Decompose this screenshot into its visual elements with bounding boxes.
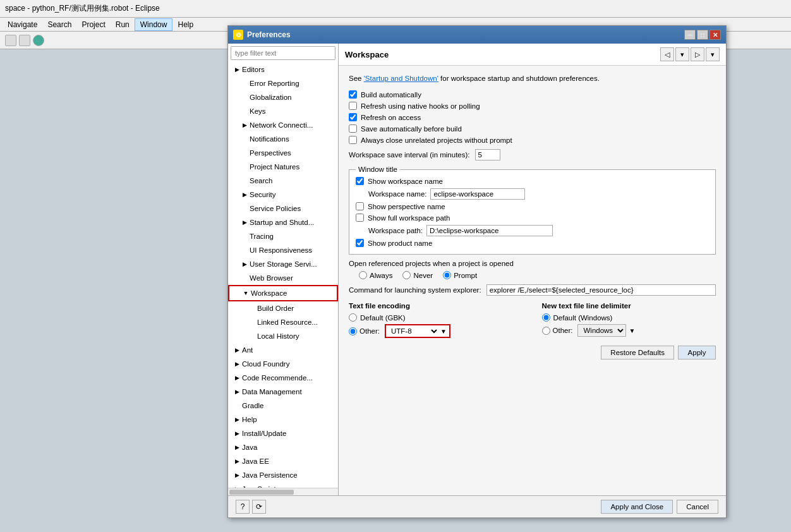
tree-item-linked-resources[interactable]: Linked Resource...	[228, 315, 338, 329]
tree-item-user-storage[interactable]: User Storage Servi...	[228, 257, 338, 271]
dialog-icon: ⚙	[233, 30, 243, 40]
keys-label: Keys	[250, 106, 266, 117]
other-delimiter-radio[interactable]	[542, 327, 550, 335]
window-controls: ─ □ ✕	[684, 30, 721, 40]
tree-item-search[interactable]: Search	[228, 174, 338, 188]
tree-item-startup[interactable]: Startup and Shutd...	[228, 215, 338, 229]
tree-item-gradle[interactable]: Gradle	[228, 399, 338, 413]
tree-item-web-browser[interactable]: Web Browser	[228, 271, 338, 285]
radio-always-text: Always	[370, 272, 392, 279]
other-encoding-radio[interactable]	[349, 327, 357, 336]
menu-help[interactable]: Help	[172, 19, 198, 30]
encoding-select[interactable]: UTF-8 UTF-16 ISO-8859-1	[389, 327, 439, 336]
apply-button[interactable]: Apply	[678, 346, 716, 360]
tree-item-ui-responsiveness[interactable]: UI Responsiveness	[228, 243, 338, 257]
show-perspective-name-checkbox[interactable]	[356, 202, 364, 210]
show-product-name-checkbox[interactable]	[356, 239, 364, 247]
back-btn[interactable]: ◁	[660, 47, 674, 61]
maximize-btn[interactable]: □	[697, 30, 708, 40]
radio-always[interactable]	[359, 271, 367, 279]
tree-item-security[interactable]: Security	[228, 188, 338, 202]
radio-prompt[interactable]	[443, 271, 451, 279]
install-update-arrow	[233, 430, 241, 437]
tree-item-java-persistence[interactable]: Java Persistence	[228, 468, 338, 482]
tree-item-code-recommenders[interactable]: Code Recommende...	[228, 371, 338, 385]
tree-item-keys[interactable]: Keys	[228, 104, 338, 118]
tree-item-globalization[interactable]: Globalization	[228, 90, 338, 104]
apply-and-close-button[interactable]: Apply and Close	[601, 500, 673, 514]
menu-project[interactable]: Project	[76, 19, 110, 30]
build-automatically-checkbox[interactable]	[349, 90, 357, 99]
refresh-native-checkbox[interactable]	[349, 102, 357, 110]
show-workspace-name-checkbox[interactable]	[356, 177, 364, 185]
tree-item-notifications[interactable]: Notifications	[228, 132, 338, 146]
refresh-native-row: Refresh using native hooks or polling	[349, 102, 716, 110]
tree-item-project-natures[interactable]: Project Natures	[228, 160, 338, 174]
forward-btn[interactable]: ▷	[691, 47, 704, 61]
tree-item-data-management[interactable]: Data Management	[228, 385, 338, 399]
tree-item-workspace[interactable]: Workspace	[228, 285, 338, 301]
workspace-name-input[interactable]	[430, 188, 525, 200]
tree-item-editors[interactable]: Editors	[228, 63, 338, 76]
toolbar-btn1[interactable]	[5, 35, 16, 46]
startup-shutdown-link[interactable]: 'Startup and Shutdown'	[364, 75, 438, 82]
radio-never[interactable]	[402, 271, 411, 279]
refresh-native-label: Refresh using native hooks or polling	[361, 102, 480, 110]
restore-defaults-button[interactable]: Restore Defaults	[601, 346, 674, 360]
refresh-on-access-checkbox[interactable]	[349, 113, 357, 121]
default-windows-radio[interactable]	[542, 313, 550, 322]
tree-item-help[interactable]: Help	[228, 413, 338, 426]
show-full-path-row: Show full workspace path	[356, 214, 709, 222]
tree-item-local-history[interactable]: Local History	[228, 329, 338, 343]
run-btn[interactable]	[33, 35, 44, 46]
content-header: Workspace ◁ ▾ ▷ ▾	[339, 44, 726, 66]
save-interval-input[interactable]	[475, 149, 500, 160]
encoding-dropdown[interactable]: UTF-8 UTF-16 ISO-8859-1 ▼	[385, 324, 450, 338]
other-delimiter-row: Other: Windows Unix Mac ▼	[542, 324, 716, 337]
show-product-name-row: Show product name	[356, 239, 709, 247]
show-full-path-label: Show full workspace path	[368, 214, 450, 222]
toolbar-btn2[interactable]	[19, 35, 30, 46]
radio-prompt-label[interactable]: Prompt	[443, 271, 477, 279]
menu-navigate[interactable]: Navigate	[3, 19, 42, 30]
tree-item-install-update[interactable]: Install/Update	[228, 426, 338, 440]
radio-never-label[interactable]: Never	[402, 271, 433, 279]
show-full-path-checkbox[interactable]	[356, 214, 364, 222]
menu-window[interactable]: Window	[135, 18, 173, 31]
radio-always-label[interactable]: Always	[359, 271, 392, 279]
tree-item-build-order[interactable]: Build Order	[228, 301, 338, 315]
java-arrow	[233, 444, 241, 451]
menu-search[interactable]: Search	[42, 19, 76, 30]
java-persistence-arrow	[233, 471, 241, 479]
tree-item-tracing[interactable]: Tracing	[228, 229, 338, 243]
default-gbk-radio[interactable]	[349, 313, 357, 322]
fwd-dropdown-btn[interactable]: ▾	[706, 47, 720, 61]
delimiter-select[interactable]: Windows Unix Mac	[577, 324, 626, 337]
minimize-btn[interactable]: ─	[684, 30, 696, 40]
save-before-build-checkbox[interactable]	[349, 124, 357, 133]
tree-item-cloud-foundry[interactable]: Cloud Foundry	[228, 357, 338, 371]
window-title-legend: Window title	[356, 166, 400, 173]
tree-item-ant[interactable]: Ant	[228, 343, 338, 357]
tree-item-javascript[interactable]: JavaScript	[228, 482, 338, 488]
help-label: Help	[242, 414, 257, 425]
tree-item-java-ee[interactable]: Java EE	[228, 454, 338, 468]
close-unrelated-checkbox[interactable]	[349, 136, 357, 144]
filter-input[interactable]	[231, 46, 335, 60]
cancel-button[interactable]: Cancel	[677, 500, 718, 514]
tree-item-perspectives[interactable]: Perspectives	[228, 146, 338, 160]
command-input[interactable]	[486, 284, 716, 296]
tracing-label: Tracing	[250, 231, 274, 242]
forward-dropdown-btn[interactable]: ▾	[675, 47, 689, 61]
menu-run[interactable]: Run	[111, 19, 135, 30]
workspace-path-input[interactable]	[426, 225, 553, 236]
tree-item-network[interactable]: Network Connecti...	[228, 118, 338, 132]
close-btn[interactable]: ✕	[709, 30, 721, 40]
tree-item-java[interactable]: Java	[228, 440, 338, 454]
help-icon-btn[interactable]: ?	[236, 500, 250, 514]
build-order-arrow	[248, 305, 256, 312]
tree-hscrollbar[interactable]	[228, 488, 338, 495]
tree-item-error-reporting[interactable]: Error Reporting	[228, 76, 338, 90]
defaults-icon-btn[interactable]: ⟳	[252, 500, 266, 514]
tree-item-service-policies[interactable]: Service Policies	[228, 202, 338, 215]
